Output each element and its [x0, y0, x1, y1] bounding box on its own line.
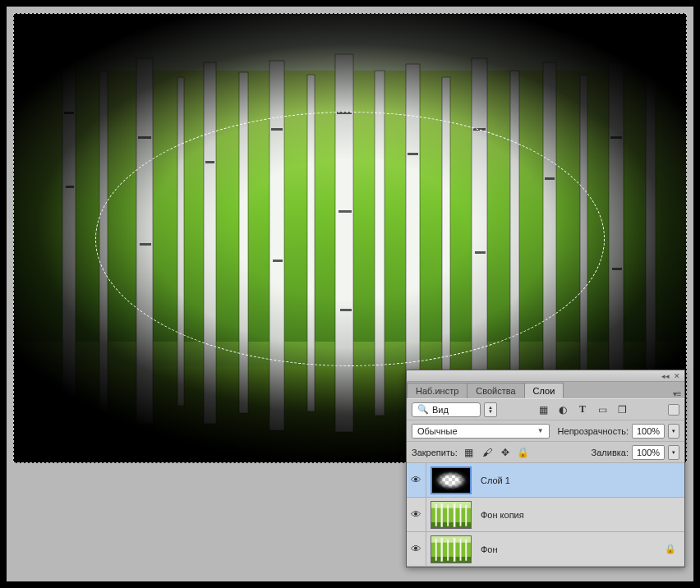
lock-all-icon[interactable]: 🔒 — [517, 446, 530, 459]
filter-adjust-icon[interactable]: ◐ — [555, 402, 570, 417]
svg-rect-52 — [454, 537, 455, 561]
svg-rect-38 — [431, 502, 471, 508]
layer-name[interactable]: Слой 1 — [476, 475, 684, 485]
filter-shape-icon[interactable]: ▭ — [595, 402, 610, 417]
svg-rect-39 — [431, 521, 471, 528]
tab-toolpresets[interactable]: Наб.инстр — [407, 383, 467, 398]
close-panel-icon[interactable]: ✕ — [673, 372, 681, 380]
filter-smart-icon[interactable]: ❐ — [615, 402, 629, 417]
lock-paint-icon[interactable]: 🖌 — [481, 446, 494, 459]
blend-mode-dropdown[interactable]: Обычные ▼ — [412, 424, 550, 439]
layer-name[interactable]: Фон — [476, 544, 665, 554]
layer-name[interactable]: Фон копия — [476, 510, 684, 520]
panel-body: 🔍 Вид ▲▼ ▦ ◐ T ▭ ❐ Обычные ▼ — [407, 398, 684, 567]
lock-row: Закрепить: ▦ 🖌 ✥ 🔒 Заливка: 100% ▾ — [407, 442, 684, 463]
app-frame: ◂◂ ✕ Наб.инстр Свойства Слои ▾≡ 🔍 Вид ▲▼… — [7, 7, 693, 581]
svg-rect-45 — [465, 504, 467, 526]
svg-rect-50 — [441, 537, 443, 561]
layer-thumb-vignette[interactable] — [431, 466, 472, 494]
opacity-label: Непрозрачность: — [558, 426, 629, 436]
svg-rect-43 — [454, 503, 455, 526]
lock-icon: 🔒 — [665, 544, 676, 554]
fill-arrow[interactable]: ▾ — [668, 445, 679, 460]
fill-field[interactable]: 100% — [632, 445, 665, 460]
filter-row: 🔍 Вид ▲▼ ▦ ◐ T ▭ ❐ — [407, 399, 684, 420]
svg-rect-49 — [435, 538, 437, 560]
layer-filter-dropdown[interactable]: 🔍 Вид — [412, 402, 481, 417]
svg-rect-42 — [447, 504, 449, 526]
svg-rect-40 — [435, 503, 437, 526]
svg-rect-47 — [431, 536, 471, 543]
svg-rect-51 — [447, 539, 449, 560]
panel-menu-icon[interactable]: ▾≡ — [670, 386, 684, 398]
svg-rect-41 — [441, 503, 443, 526]
layer-row-2[interactable]: 👁 — [407, 498, 684, 532]
filter-toggle[interactable] — [668, 404, 679, 416]
visibility-icon[interactable]: 👁 — [411, 508, 421, 521]
layer-row-1[interactable]: 👁 Слой 1 — [407, 463, 684, 498]
layers-panel: ◂◂ ✕ Наб.инстр Свойства Слои ▾≡ 🔍 Вид ▲▼… — [406, 370, 685, 567]
svg-rect-44 — [460, 503, 462, 526]
svg-rect-48 — [431, 556, 471, 563]
filter-pixel-icon[interactable]: ▦ — [536, 402, 550, 417]
tab-layers[interactable]: Слои — [524, 383, 564, 398]
layers-list: 👁 Слой 1 👁 — [407, 463, 684, 567]
tab-properties[interactable]: Свойства — [467, 383, 524, 398]
svg-rect-54 — [465, 539, 467, 560]
blend-mode-value: Обычные — [417, 426, 458, 436]
search-icon: 🔍 — [417, 404, 429, 415]
fill-label: Заливка: — [592, 448, 629, 457]
panel-tabs: Наб.инстр Свойства Слои ▾≡ — [407, 382, 684, 398]
lock-move-icon[interactable]: ✥ — [499, 446, 512, 459]
layer-thumb-forest[interactable] — [431, 501, 472, 529]
lock-transparent-icon[interactable]: ▦ — [463, 446, 476, 459]
collapse-icon[interactable]: ◂◂ — [661, 372, 670, 380]
panel-titlebar: ◂◂ ✕ — [407, 370, 684, 382]
filter-label: Вид — [432, 405, 449, 415]
svg-rect-53 — [460, 538, 462, 560]
blend-row: Обычные ▼ Непрозрачность: 100% ▾ — [407, 420, 684, 442]
visibility-icon[interactable]: 👁 — [411, 543, 421, 555]
chevron-down-icon: ▼ — [537, 427, 544, 434]
filter-type-icon[interactable]: T — [575, 402, 590, 417]
opacity-arrow[interactable]: ▾ — [668, 424, 679, 439]
layer-thumb-forest[interactable] — [431, 535, 472, 563]
visibility-icon[interactable]: 👁 — [411, 474, 421, 486]
layer-row-3[interactable]: 👁 — [407, 532, 684, 567]
opacity-field[interactable]: 100% — [632, 424, 665, 439]
lock-label: Закрепить: — [412, 448, 458, 457]
filter-stepper[interactable]: ▲▼ — [484, 402, 497, 417]
